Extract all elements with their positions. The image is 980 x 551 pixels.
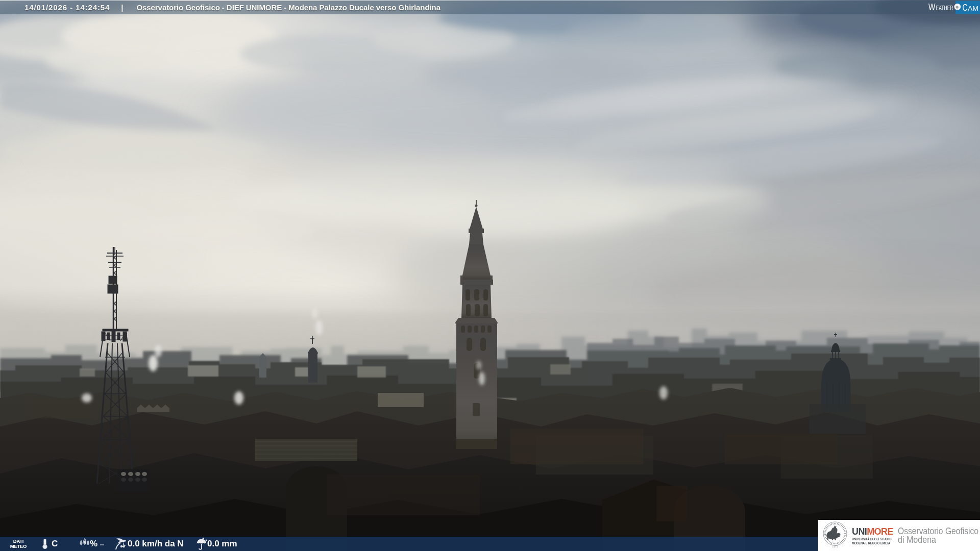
svg-text:UNIMORE: UNIMORE — [852, 527, 893, 537]
svg-text:W: W — [928, 2, 936, 12]
svg-text:di Modena: di Modena — [898, 534, 937, 545]
svg-text:1175: 1175 — [832, 545, 838, 548]
svg-text:EATHER: EATHER — [936, 4, 953, 12]
svg-text:AM: AM — [968, 5, 978, 12]
svg-text:C: C — [963, 3, 968, 13]
svg-text:MODENA E REGGIO EMILIA: MODENA E REGGIO EMILIA — [852, 541, 890, 545]
